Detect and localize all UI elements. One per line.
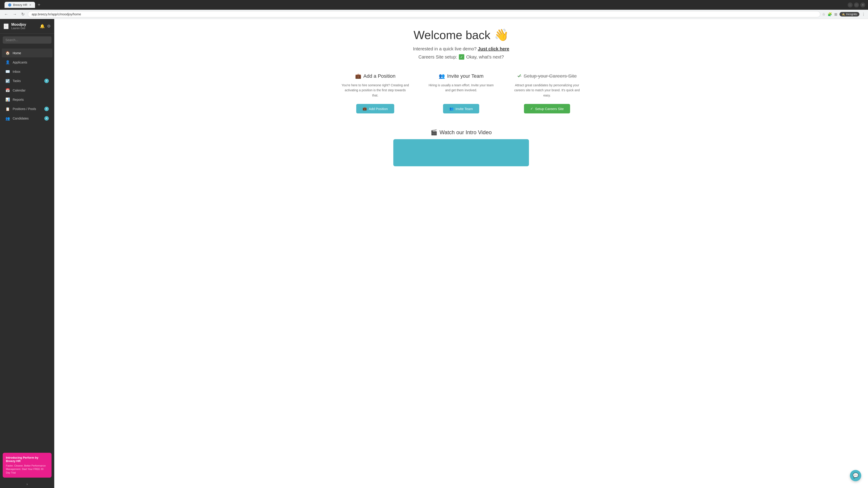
sidebar-item-label: Positions / Pools — [13, 107, 41, 111]
careers-check-icon: ✓ — [459, 54, 464, 60]
home-icon: 🏠 — [5, 51, 10, 55]
nav-list: 🏠 Home 👤 Applicants ✉️ Inbox ☑️ Tasks + … — [0, 46, 54, 450]
setup-careers-title: ✓ Setup your Careers Site — [513, 73, 581, 79]
bookmark-icon[interactable]: ☆ — [822, 12, 825, 17]
invite-team-btn-icon: 👥 — [450, 107, 454, 111]
sidebar-item-label: Candidates — [13, 117, 41, 120]
demo-line: Interested in a quick live demo? Just cl… — [413, 46, 509, 52]
sidebar-item-inbox[interactable]: ✉️ Inbox — [2, 67, 53, 76]
inbox-icon: ✉️ — [5, 69, 10, 74]
sidebar-item-calendar[interactable]: 📅 Calendar — [2, 86, 53, 95]
extensions-icon[interactable]: 🧩 — [828, 12, 832, 17]
reports-icon: 📊 — [5, 97, 10, 102]
video-section: 🎬 Watch our Intro Video — [393, 129, 529, 166]
close-button[interactable]: ✕ — [860, 2, 865, 7]
active-tab[interactable]: Breezy HR ✕ — [4, 2, 35, 8]
tab-bar: Breezy HR ✕ + — [4, 2, 42, 8]
add-position-title: 💼 Add a Position — [341, 73, 409, 79]
browser-toolbar-icons: ☆ 🧩 ⊞ 🕵 Incognito ⋮ — [822, 12, 865, 17]
reload-button[interactable]: ↻ — [20, 11, 26, 17]
invite-team-title: 👥 Invite your Team — [427, 73, 495, 79]
sidebar-action-icons: 🔔 ⚙ — [40, 24, 51, 29]
setup-careers-card: ✓ Setup your Careers Site Attract great … — [508, 69, 585, 118]
calendar-icon: 📅 — [5, 88, 10, 92]
address-bar-row: ← → ↻ app.breezy.hr/app/c/moodjoy/home ☆… — [0, 10, 868, 19]
back-button[interactable]: ← — [3, 11, 9, 17]
sidebar-item-label: Calendar — [13, 89, 49, 92]
incognito-badge: 🕵 Incognito — [839, 12, 860, 17]
new-tab-button[interactable]: + — [36, 2, 42, 7]
welcome-title: Welcome back 👋 — [413, 28, 509, 42]
main-content: Welcome back 👋 Interested in a quick liv… — [54, 19, 868, 488]
tab-favicon — [8, 3, 11, 6]
sidebar-item-label: Applicants — [13, 61, 49, 64]
restore-button[interactable]: □ — [854, 2, 859, 7]
video-title: 🎬 Watch our Intro Video — [393, 129, 529, 135]
positions-badge: + — [44, 107, 49, 111]
sidebar-item-home[interactable]: 🏠 Home — [2, 48, 53, 57]
chat-button[interactable]: 💬 — [850, 470, 861, 481]
brand-info: Moodjoy Lauren Dell — [11, 23, 26, 30]
video-placeholder[interactable] — [393, 139, 529, 166]
team-icon: 👥 — [439, 73, 445, 79]
notifications-icon[interactable]: 🔔 — [40, 24, 45, 29]
sidebar-item-candidates[interactable]: 👥 Candidates + — [2, 114, 53, 123]
settings-icon[interactable]: ⚙ — [47, 24, 51, 29]
briefcase-icon: 💼 — [355, 73, 361, 79]
tab-title: Breezy HR — [13, 3, 27, 6]
incognito-icon: 🕵 — [842, 13, 845, 16]
address-bar[interactable]: app.breezy.hr/app/c/moodjoy/home — [28, 11, 820, 18]
setup-careers-desc: Attract great candidates by personalizin… — [513, 83, 581, 98]
split-view-icon[interactable]: ⊞ — [834, 12, 837, 17]
promo-card[interactable]: Introducing Perform by Breezy HR Faster,… — [3, 453, 52, 478]
sidebar-item-tasks[interactable]: ☑️ Tasks + — [2, 76, 53, 86]
minimize-button[interactable]: ─ — [848, 2, 852, 7]
action-cards-row: 💼 Add a Position You're here to hire som… — [337, 69, 585, 118]
demo-link[interactable]: Just click here — [478, 46, 509, 51]
add-position-card: 💼 Add a Position You're here to hire som… — [337, 69, 414, 118]
careers-line: Careers Site setup: ✓ Okay, what's next? — [413, 54, 509, 60]
tasks-icon: ☑️ — [5, 79, 10, 83]
wave-emoji: 👋 — [494, 28, 509, 42]
video-title-text: Watch our Intro Video — [440, 129, 492, 135]
sidebar-item-reports[interactable]: 📊 Reports — [2, 95, 53, 104]
menu-icon[interactable]: ⋮ — [862, 12, 865, 17]
promo-desc: Faster, Cleaner, Better Performance Mana… — [6, 464, 49, 475]
tab-close-button[interactable]: ✕ — [29, 3, 31, 6]
add-position-desc: You're here to hire someone right? Creat… — [341, 83, 409, 98]
tasks-badge: + — [44, 78, 49, 83]
add-position-btn-icon: 💼 — [363, 107, 367, 111]
sidebar-item-positions[interactable]: 📋 Positions / Pools + — [2, 104, 53, 113]
url-text: app.breezy.hr/app/c/moodjoy/home — [32, 12, 81, 16]
brand-user: Lauren Dell — [11, 27, 26, 30]
sidebar-scroll-down[interactable]: › — [0, 480, 54, 488]
sidebar-back-arrow[interactable]: ← — [4, 24, 8, 29]
video-icon: 🎬 — [431, 129, 437, 135]
sidebar-item-applicants[interactable]: 👤 Applicants — [2, 58, 53, 67]
sidebar-item-label: Home — [13, 51, 49, 55]
positions-icon: 📋 — [5, 107, 10, 111]
chat-icon: 💬 — [852, 473, 859, 479]
setup-careers-button[interactable]: ✓ Setup Careers Site — [524, 104, 570, 113]
applicants-icon: 👤 — [5, 60, 10, 64]
invite-team-desc: Hiring is usually a team effort. Invite … — [427, 83, 495, 98]
browser-chrome: Breezy HR ✕ + ─ □ ✕ — [0, 0, 868, 10]
welcome-text: Welcome back — [413, 28, 490, 42]
search-input[interactable] — [3, 36, 52, 43]
app-container: ← Moodjoy Lauren Dell 🔔 ⚙ 🏠 Home 👤 Appli — [0, 19, 868, 488]
invite-team-button[interactable]: 👥 Invite Team — [443, 104, 479, 113]
sidebar-item-label: Reports — [13, 98, 49, 101]
candidates-icon: 👥 — [5, 116, 10, 121]
checkmark-icon: ✓ — [518, 73, 522, 79]
search-box — [3, 36, 52, 43]
sidebar: ← Moodjoy Lauren Dell 🔔 ⚙ 🏠 Home 👤 Appli — [0, 19, 54, 488]
invite-team-card: 👥 Invite your Team Hiring is usually a t… — [423, 69, 500, 118]
sidebar-brand: ← Moodjoy Lauren Dell — [4, 23, 26, 30]
brand-name: Moodjoy — [11, 23, 26, 27]
add-position-button[interactable]: 💼 Add Position — [356, 104, 394, 113]
forward-button[interactable]: → — [11, 11, 18, 17]
sidebar-header: ← Moodjoy Lauren Dell 🔔 ⚙ — [0, 19, 54, 34]
promo-title: Introducing Perform by Breezy HR — [6, 456, 49, 463]
sidebar-item-label: Tasks — [13, 79, 41, 83]
welcome-section: Welcome back 👋 Interested in a quick liv… — [413, 28, 509, 60]
